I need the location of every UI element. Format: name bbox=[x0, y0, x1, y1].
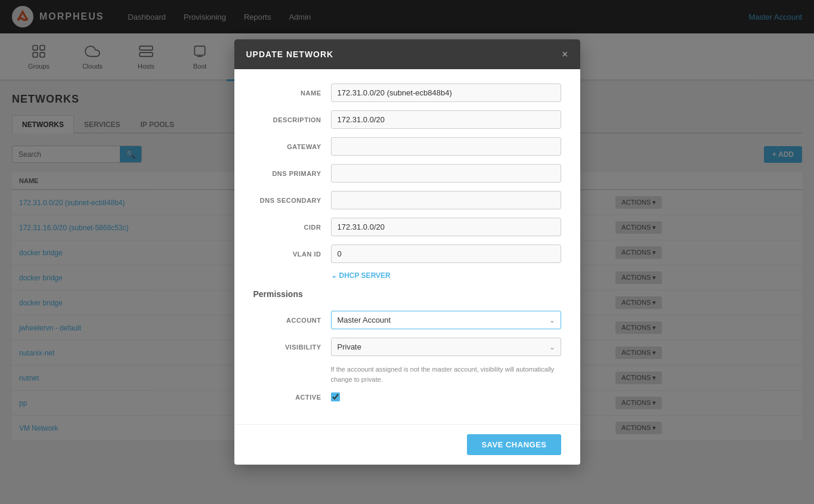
description-label: DESCRIPTION bbox=[253, 116, 331, 123]
dhcp-row: ⌄ DHCP SERVER bbox=[253, 271, 561, 280]
account-select-wrapper: Master Account ⌄ bbox=[331, 311, 561, 329]
modal-body: NAME DESCRIPTION GATEWAY DNS PRIMARY DNS… bbox=[234, 69, 580, 424]
modal-title: UPDATE NETWORK bbox=[246, 50, 334, 59]
gateway-label: GATEWAY bbox=[253, 143, 331, 150]
field-description-row: DESCRIPTION bbox=[253, 110, 561, 129]
cidr-label: CIDR bbox=[253, 224, 331, 231]
cidr-input[interactable] bbox=[331, 218, 561, 236]
visibility-select-wrapper: Private Public ⌄ bbox=[331, 338, 561, 356]
modal-footer: SAVE CHANGES bbox=[234, 424, 580, 453]
save-button[interactable]: SAVE CHANGES bbox=[467, 434, 561, 453]
update-network-modal: UPDATE NETWORK × NAME DESCRIPTION GATEWA… bbox=[234, 39, 580, 453]
visibility-help-text: If the accoount assigned is not the mast… bbox=[253, 364, 561, 384]
vlan-id-input[interactable] bbox=[331, 245, 561, 263]
field-active-row: ACTIVE bbox=[253, 392, 561, 401]
modal-close-button[interactable]: × bbox=[562, 49, 568, 60]
vlan-id-label: VLAN ID bbox=[253, 251, 331, 258]
visibility-label: VISIBILITY bbox=[253, 344, 331, 351]
account-select[interactable]: Master Account bbox=[331, 311, 561, 329]
field-name-row: NAME bbox=[253, 84, 561, 102]
dns-primary-label: DNS PRIMARY bbox=[253, 170, 331, 177]
field-visibility-row: VISIBILITY Private Public ⌄ bbox=[253, 338, 561, 356]
account-label: ACCOUNT bbox=[253, 317, 331, 324]
dhcp-toggle[interactable]: ⌄ DHCP SERVER bbox=[253, 271, 561, 280]
field-account-row: ACCOUNT Master Account ⌄ bbox=[253, 311, 561, 329]
dns-secondary-input[interactable] bbox=[331, 191, 561, 209]
field-gateway-row: GATEWAY bbox=[253, 137, 561, 156]
field-vlan-row: VLAN ID bbox=[253, 245, 561, 263]
dns-secondary-label: DNS SECONDARY bbox=[253, 197, 331, 204]
active-label: ACTIVE bbox=[253, 394, 331, 401]
field-dns-primary-row: DNS PRIMARY bbox=[253, 164, 561, 183]
modal-header: UPDATE NETWORK × bbox=[234, 39, 580, 69]
dns-primary-input[interactable] bbox=[331, 164, 561, 183]
field-cidr-row: CIDR bbox=[253, 218, 561, 236]
field-dns-secondary-row: DNS SECONDARY bbox=[253, 191, 561, 209]
visibility-select[interactable]: Private Public bbox=[331, 338, 561, 356]
dhcp-label: DHCP SERVER bbox=[339, 271, 391, 280]
active-checkbox[interactable] bbox=[331, 392, 340, 401]
name-input[interactable] bbox=[331, 84, 561, 102]
active-checkbox-wrapper bbox=[331, 392, 340, 401]
modal-overlay: UPDATE NETWORK × NAME DESCRIPTION GATEWA… bbox=[0, 0, 814, 453]
dhcp-chevron-icon: ⌄ bbox=[331, 271, 337, 280]
description-input[interactable] bbox=[331, 110, 561, 129]
gateway-input[interactable] bbox=[331, 137, 561, 156]
name-label: NAME bbox=[253, 89, 331, 97]
permissions-header: Permissions bbox=[253, 289, 561, 302]
